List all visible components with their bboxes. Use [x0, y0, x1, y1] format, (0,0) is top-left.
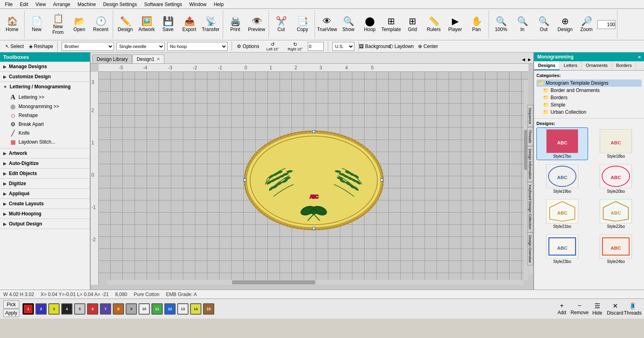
design-button[interactable]: ✏️ Design [115, 11, 136, 38]
new-from-button[interactable]: 📋 New From [48, 11, 68, 38]
menu-arrange[interactable]: Arrange [50, 1, 74, 8]
preview-button[interactable]: 👁️ Preview [246, 11, 267, 38]
reshape-button[interactable]: ◈ Reshape [29, 42, 53, 51]
zoom-100-button[interactable]: 🔍 100% [491, 11, 511, 38]
tab-nav-next[interactable]: ▶ [527, 56, 532, 63]
add-thread-button[interactable]: + Add [554, 300, 570, 318]
menu-design-settings[interactable]: Design Settings [100, 1, 140, 8]
transfer-button[interactable]: 📡 Transfer [200, 11, 221, 38]
thread-6[interactable]: 6 [87, 303, 98, 315]
open-button[interactable]: 📂 Open [69, 11, 90, 38]
vtab-overview[interactable]: Design Overview [527, 232, 533, 265]
needle-select[interactable]: Single-needle [116, 42, 165, 51]
thread-11[interactable]: 11 [151, 303, 163, 315]
knife-tool[interactable]: ╱ Knife [8, 129, 87, 138]
break-apart-tool[interactable]: ⚙ Break Apart [8, 120, 87, 129]
artwork-header[interactable]: ▶ Artwork [0, 148, 90, 158]
cut-button[interactable]: ✂️ Cut [271, 11, 292, 38]
export-button[interactable]: 📤 Export [179, 11, 200, 38]
edit-objects-header[interactable]: ▶ Edit Objects [0, 169, 90, 178]
menu-machine[interactable]: Machine [75, 1, 99, 8]
design-style19bo[interactable]: ABC Style19bo [536, 163, 588, 195]
design-style22bo[interactable]: ABC Style22bo [590, 198, 642, 230]
auto-digitize-header[interactable]: ▶ Auto-Digitize [0, 159, 90, 168]
hoop-button[interactable]: ⬤ Hoop [359, 11, 380, 38]
hoop-select[interactable]: No hoop [167, 42, 228, 51]
thread-3[interactable]: 3 [48, 303, 60, 315]
thread-12[interactable]: 12 [164, 303, 176, 315]
cat-border-ornaments[interactable]: 📁 Border and Ornaments [536, 87, 642, 94]
cat-urban[interactable]: 📁 Urban Collection [536, 108, 642, 116]
mono-tab-borders[interactable]: Borders [612, 61, 636, 70]
thread-13[interactable]: 13 [177, 303, 188, 315]
mono-tab-letters[interactable]: Letters [560, 61, 582, 70]
vtab-keyboard[interactable]: Keyboard Design Collection [527, 182, 533, 232]
mono-tab-designs[interactable]: Designs [534, 61, 560, 70]
multi-hooping-header[interactable]: ▶ Multi-Hooping [0, 209, 90, 219]
trueview-button[interactable]: 👁 TrueView [317, 11, 338, 38]
zoom-design-button[interactable]: ⊕ Design [555, 11, 576, 38]
menu-view[interactable]: View [32, 1, 49, 8]
zoom-in-button[interactable]: 🔍 In [512, 11, 533, 38]
menu-file[interactable]: File [2, 1, 16, 8]
menu-software-settings[interactable]: Software Settings [141, 1, 185, 8]
right-panel-expand-icon[interactable]: » [638, 54, 641, 60]
horizontal-scrollbar[interactable] [107, 280, 524, 285]
customize-design-header[interactable]: ▶ Customize Design [0, 72, 90, 81]
copy-button[interactable]: 📑 Copy [292, 11, 313, 38]
menu-window[interactable]: Window [186, 1, 210, 8]
vtab-design-info[interactable]: Design Information [527, 146, 533, 182]
vtab-threads[interactable]: Threads [527, 127, 533, 146]
machine-select[interactable]: Brother [62, 42, 114, 51]
apply-button[interactable]: Apply [3, 309, 19, 317]
cat-borders[interactable]: 📁 Borders [536, 94, 642, 101]
template-button[interactable]: ⊞ Template [381, 11, 402, 38]
cat-monogram-template[interactable]: 📁 Monogram Template Designs [536, 79, 642, 87]
artwork-button[interactable]: 🖼️ Artwork [136, 11, 157, 38]
grid-button[interactable]: ⊞ Grid [402, 11, 423, 38]
tab-design1[interactable]: Design1 ✕ [132, 54, 164, 63]
laydown-stitch-tool[interactable]: ▦ Laydown Stitch... [8, 138, 87, 146]
print-button[interactable]: 🖨️ Print [225, 11, 246, 38]
thread-7[interactable]: 7 [100, 303, 111, 315]
laydown-button[interactable]: ⬡ Laydown [389, 42, 414, 51]
mono-tab-ornaments[interactable]: Ornaments [582, 61, 612, 70]
applique-header[interactable]: ▶ Appliqué [0, 189, 90, 198]
design-style23bo[interactable]: ABC Style23bo [536, 233, 588, 265]
output-design-header[interactable]: ▶ Output Design [0, 219, 90, 229]
digitize-header[interactable]: ▶ Digitize [0, 179, 90, 188]
select-button[interactable]: ↖ Select [2, 42, 27, 51]
center-button[interactable]: ⊕ Center [416, 42, 440, 51]
pick-button[interactable]: Pick [3, 300, 19, 309]
design-style17bo[interactable]: ABC Style17bo [536, 127, 588, 160]
thread-2[interactable]: 2 [35, 303, 47, 315]
thread-9[interactable]: 9 [126, 303, 137, 315]
pan-button[interactable]: ✋ Pan [466, 11, 487, 38]
create-layouts-header[interactable]: ▶ Create Layouts [0, 199, 90, 209]
options-button[interactable]: ⚙ Options [236, 42, 260, 51]
menu-help[interactable]: Help [211, 1, 227, 8]
canvas-viewport[interactable]: ABC [99, 72, 528, 285]
design-style20bo[interactable]: ABC Style20bo [590, 163, 642, 195]
hide-thread-button[interactable]: ☰ Hide [589, 300, 605, 318]
discard-thread-button[interactable]: ✕ Discard [607, 300, 623, 318]
tab-nav-prev[interactable]: ◀ [521, 56, 526, 63]
threads-button[interactable]: 🧵 Threads [625, 300, 641, 318]
lettering-header[interactable]: ▼ Lettering / Monogramming [0, 82, 90, 92]
design-style18bo[interactable]: ABC Style18bo [590, 127, 642, 160]
manage-designs-header[interactable]: ▶ Manage Designs [0, 62, 90, 71]
thread-10[interactable]: 10 [139, 303, 150, 315]
design-style21bo[interactable]: ABC Style21bo [536, 198, 588, 230]
canvas-container[interactable]: -5 -4 -3 -2 -1 0 1 2 3 4 5 3 2 [91, 64, 533, 290]
thread-5[interactable]: 5 [74, 303, 85, 315]
cat-simple[interactable]: 📁 Simple [536, 101, 642, 108]
angle-input[interactable] [308, 42, 324, 51]
remove-thread-button[interactable]: − Remove [572, 300, 588, 318]
left-angle-button[interactable]: ↺ Left 15° [263, 42, 283, 51]
unit-select[interactable]: U.S. [332, 42, 354, 51]
tab-close-icon[interactable]: ✕ [157, 57, 160, 61]
thread-15[interactable]: 15 [203, 303, 214, 315]
zoom-button[interactable]: 🔎 Zoom [576, 11, 597, 38]
menu-edit[interactable]: Edit [17, 1, 31, 8]
reshape-tool[interactable]: ◇ Reshape [8, 111, 87, 120]
